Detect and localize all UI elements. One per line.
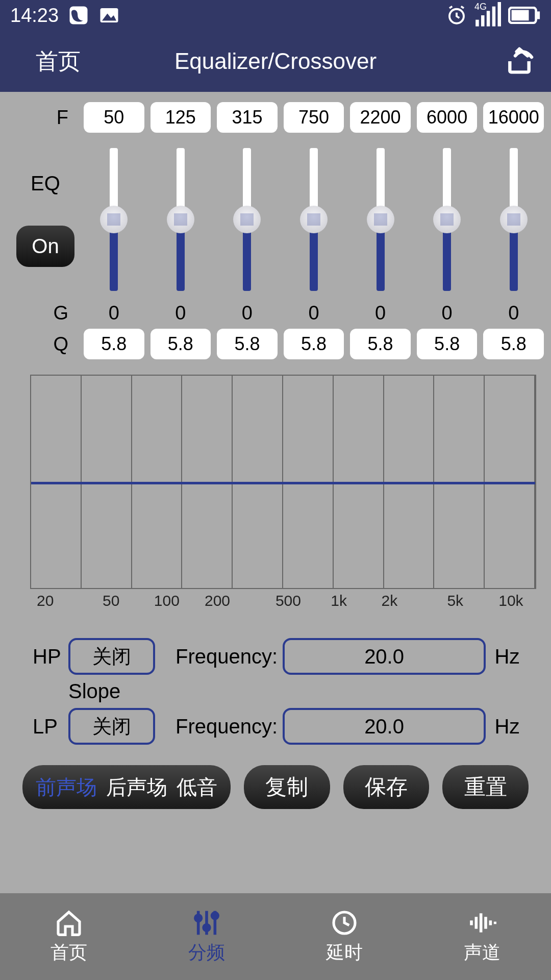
lp-freq-label: Frequency: [176,715,278,738]
gain-slider-6[interactable] [417,148,478,291]
lp-slope-select[interactable]: 关闭 [68,708,155,745]
signal-icon: 4G [474,5,501,26]
lp-label: LP [33,715,63,738]
svg-point-16 [204,924,210,930]
gain-value-3: 0 [217,300,278,326]
g-label: G [7,302,84,324]
gain-value-7: 0 [483,300,544,326]
picture-icon [98,5,120,26]
response-curve [31,482,535,484]
share-button[interactable] [503,45,536,78]
gain-value-4: 0 [284,300,344,326]
page-title: Equalizer/Crossover [174,48,377,74]
alarm-icon [446,5,467,26]
gain-slider-4[interactable] [284,148,344,291]
freq-band-6[interactable]: 6000 [417,102,478,133]
save-button[interactable]: 保存 [343,765,430,809]
status-bar: 14:23 4G [0,0,551,31]
q-band-6[interactable]: 5.8 [417,329,478,359]
freq-band-5[interactable]: 2200 [350,102,411,133]
bottom-nav: 首页 分频 延时 声道 [0,893,551,980]
response-graph: 20 50 100 200 500 1k 2k 5k 10k [30,375,536,618]
gain-slider-7[interactable] [483,148,544,291]
q-band-1[interactable]: 5.8 [84,329,144,359]
nav-channel-label: 声道 [464,940,500,965]
gain-slider-5[interactable] [350,148,411,291]
segment-bass[interactable]: 低音 [177,773,217,801]
hp-slope-select[interactable]: 关闭 [68,638,155,675]
q-label: Q [7,333,84,355]
q-band-2[interactable]: 5.8 [151,329,211,359]
main-content: F 50 125 315 750 2200 6000 16000 EQ On G [0,92,551,893]
hz-unit-2: Hz [491,715,523,738]
segment-rear[interactable]: 后声场 [106,773,167,801]
svg-rect-6 [487,11,490,26]
q-band-4[interactable]: 5.8 [284,329,344,359]
nav-delay-label: 延时 [326,940,363,965]
home-icon [55,909,83,937]
nav-delay[interactable]: 延时 [276,893,413,980]
hp-label: HP [33,645,63,668]
freq-band-4[interactable]: 750 [284,102,344,133]
freq-band-7[interactable]: 16000 [483,102,544,133]
freq-band-2[interactable]: 125 [151,102,211,133]
eq-on-toggle[interactable]: On [16,226,74,267]
slope-label: Slope [68,680,523,703]
battery-icon [508,5,541,26]
nav-crossover[interactable]: 分频 [138,893,276,980]
hp-freq-input[interactable]: 20.0 [283,638,486,675]
app-header: 首页 Equalizer/Crossover [0,31,551,92]
svg-point-15 [195,915,202,921]
segment-front[interactable]: 前声场 [36,773,97,801]
q-band-7[interactable]: 5.8 [483,329,544,359]
gain-slider-2[interactable] [151,148,211,291]
uc-browser-icon [68,5,89,26]
reset-button[interactable]: 重置 [442,765,529,809]
svg-point-17 [212,913,218,919]
svg-rect-8 [498,2,502,27]
status-time: 14:23 [10,5,59,27]
copy-button[interactable]: 复制 [244,765,330,809]
svg-rect-4 [475,20,479,27]
nav-crossover-label: 分频 [188,940,225,965]
svg-rect-7 [492,7,496,27]
gain-slider-1[interactable] [84,148,144,291]
graph-x-axis: 20 50 100 200 500 1k 2k 5k 10k [30,592,536,618]
gain-value-1: 0 [84,300,144,326]
nav-home[interactable]: 首页 [0,893,138,980]
hp-freq-label: Frequency: [176,645,278,668]
gain-slider-3[interactable] [217,148,278,291]
sliders-icon [192,909,221,937]
gain-value-5: 0 [350,300,411,326]
q-band-5[interactable]: 5.8 [350,329,411,359]
gain-value-6: 0 [417,300,478,326]
soundfield-segment[interactable]: 前声场 后声场 低音 [22,765,231,809]
hz-unit: Hz [491,645,523,668]
back-button[interactable]: 首页 [36,46,81,77]
q-band-3[interactable]: 5.8 [217,329,278,359]
nav-home-label: 首页 [51,940,87,965]
soundwave-icon [468,909,496,937]
clock-icon [330,909,359,937]
svg-rect-11 [537,11,540,19]
f-label: F [7,107,84,129]
freq-band-1[interactable]: 50 [84,102,144,133]
lp-freq-input[interactable]: 20.0 [283,708,486,745]
svg-rect-5 [481,15,485,27]
gain-value-2: 0 [151,300,211,326]
svg-rect-10 [512,10,529,21]
freq-band-3[interactable]: 315 [217,102,278,133]
nav-channel[interactable]: 声道 [413,893,551,980]
eq-label: EQ [31,172,60,195]
